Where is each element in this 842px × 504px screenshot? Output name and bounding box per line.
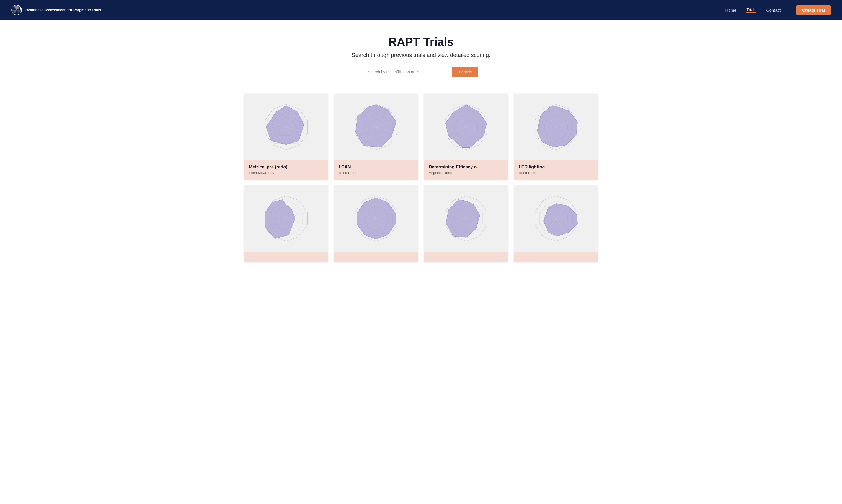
card-chart-5 <box>334 185 418 252</box>
hero-section: RAPT Trials Search through previous tria… <box>0 20 842 88</box>
trial-card-0[interactable]: Metrical pre (redo) Ellen McCreedy <box>244 94 328 180</box>
search-button[interactable]: Search <box>452 67 478 77</box>
hero-subtitle: Search through previous trials and view … <box>5 52 837 58</box>
card-chart-0 <box>244 94 328 160</box>
nav-logo-icon <box>11 4 22 16</box>
trial-card-6[interactable] <box>424 185 508 262</box>
card-title-2: Determining Efficacy o... <box>429 165 503 169</box>
nav-links: Home Trials Contact Create Trial <box>725 5 831 15</box>
card-author-1: Rosa Baier <box>339 171 413 175</box>
card-author-0: Ellen McCreedy <box>249 171 323 175</box>
radar-chart-6 <box>438 191 494 246</box>
card-info-0: Metrical pre (redo) Ellen McCreedy <box>244 160 328 180</box>
card-title-3: LED lighting <box>519 165 593 169</box>
card-chart-4 <box>244 185 328 252</box>
radar-chart-4 <box>259 191 314 246</box>
card-chart-3 <box>514 94 598 160</box>
nav-brand-text: Readiness Assessment For Pragmatic Trial… <box>25 8 101 13</box>
trial-card-1[interactable]: I CAN Rosa Baier <box>334 94 418 180</box>
card-info-3: LED lighting Rosa Baier <box>514 160 598 180</box>
card-chart-2 <box>424 94 508 160</box>
card-chart-7 <box>514 185 598 252</box>
nav-home[interactable]: Home <box>725 8 736 13</box>
search-bar: Search <box>5 67 837 77</box>
trial-card-2[interactable]: Determining Efficacy o... Angelica Rossi <box>424 94 508 180</box>
trial-card-3[interactable]: LED lighting Rosa Baier <box>514 94 598 180</box>
card-title-0: Metrical pre (redo) <box>249 165 323 169</box>
trial-card-5[interactable] <box>334 185 418 262</box>
svg-marker-63 <box>265 200 295 239</box>
trials-grid: Metrical pre (redo) Ellen McCreedy <box>227 88 615 273</box>
radar-chart-5 <box>349 191 404 246</box>
card-info-2: Determining Efficacy o... Angelica Rossi <box>424 160 508 180</box>
page-title: RAPT Trials <box>5 35 837 49</box>
search-input[interactable] <box>364 67 452 77</box>
card-title-1: I CAN <box>339 165 413 169</box>
card-chart-1 <box>334 94 418 160</box>
card-info-5 <box>334 252 418 262</box>
card-author-3: Rosa Baier <box>519 171 593 175</box>
navbar: Readiness Assessment For Pragmatic Trial… <box>0 0 842 20</box>
trial-card-4[interactable] <box>244 185 328 262</box>
card-chart-6 <box>424 185 508 252</box>
trial-card-7[interactable] <box>514 185 598 262</box>
radar-chart-1 <box>349 99 404 155</box>
card-info-1: I CAN Rosa Baier <box>334 160 418 180</box>
svg-marker-6 <box>266 106 304 145</box>
radar-chart-0 <box>259 99 314 155</box>
card-info-7 <box>514 252 598 262</box>
radar-chart-7 <box>528 191 584 246</box>
svg-marker-105 <box>543 203 577 236</box>
nav-brand[interactable]: Readiness Assessment For Pragmatic Trial… <box>11 4 101 16</box>
radar-chart-3 <box>528 99 584 155</box>
create-trial-button[interactable]: Create Trial <box>796 5 831 15</box>
card-author-2: Angelica Rossi <box>429 171 503 175</box>
nav-trials[interactable]: Trials <box>746 7 756 13</box>
svg-marker-91 <box>446 200 480 237</box>
radar-chart-2 <box>438 99 494 155</box>
nav-contact[interactable]: Contact <box>767 8 781 13</box>
card-info-4 <box>244 252 328 262</box>
card-info-6 <box>424 252 508 262</box>
